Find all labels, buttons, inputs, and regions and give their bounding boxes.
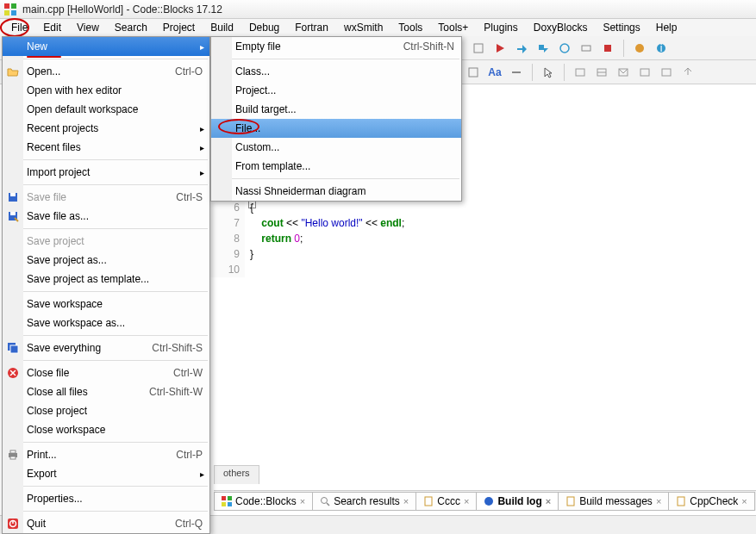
menubar: File Edit View Search Project Build Debu… — [0, 19, 756, 36]
file-menu-save-file-as-[interactable]: Save file as... — [3, 207, 209, 226]
toolbar-run-icon[interactable] — [490, 39, 509, 58]
bottom-tab-cppcheck[interactable]: CppCheck× — [668, 492, 754, 511]
menu-item-label: Nassi Shneiderman diagram — [235, 185, 454, 197]
file-menu-save-project[interactable]: Save project — [3, 232, 209, 251]
svg-rect-35 — [222, 502, 226, 506]
new-submenu-build-target-[interactable]: Build target... — [211, 100, 461, 119]
new-submenu-project-[interactable]: Project... — [211, 81, 461, 100]
window-title: main.cpp [HelloWorld] - Code::Blocks 17.… — [22, 3, 222, 16]
menu-tools[interactable]: Tools — [390, 20, 430, 35]
menu-build[interactable]: Build — [203, 20, 241, 35]
file-menu-save-project-as-template-[interactable]: Save project as template... — [3, 270, 209, 289]
menu-debug[interactable]: Debug — [241, 20, 287, 35]
toolbar-info-icon[interactable]: i — [652, 39, 671, 58]
new-submenu-nassi-shneiderman-diagram[interactable]: Nassi Shneiderman diagram — [211, 182, 461, 201]
tab-close-icon[interactable]: × — [741, 496, 747, 506]
new-submenu-class-[interactable]: Class... — [211, 62, 461, 81]
toolbar-mail-icon[interactable] — [614, 63, 633, 82]
menu-item-label: Open default workspace — [27, 103, 203, 115]
toolbar-step-icon[interactable] — [534, 39, 553, 58]
toolbar-stop-icon[interactable] — [598, 39, 617, 58]
bottom-tab-build-messages[interactable]: Build messages× — [558, 492, 669, 511]
tab-close-icon[interactable]: × — [656, 496, 661, 506]
file-menu-recent-files[interactable]: Recent files▸ — [3, 138, 209, 157]
toolbar-box-icon[interactable] — [592, 63, 611, 82]
toolbar-step-icon[interactable] — [512, 39, 531, 58]
tab-close-icon[interactable]: × — [300, 496, 305, 506]
menu-doxyblocks[interactable]: DoxyBlocks — [526, 20, 596, 35]
toolbar-regex-icon[interactable] — [507, 63, 526, 82]
tab-label: Build log — [497, 495, 541, 507]
menu-item-label: Properties... — [27, 493, 203, 505]
file-menu-properties-[interactable]: Properties... — [3, 489, 209, 508]
new-submenu-file-[interactable]: File... — [211, 119, 461, 138]
file-menu-save-file[interactable]: Save fileCtrl-S — [3, 188, 209, 207]
new-submenu-custom-[interactable]: Custom... — [211, 138, 461, 157]
others-tab[interactable]: others — [214, 465, 259, 484]
svg-rect-21 — [10, 193, 16, 196]
file-menu-import-project[interactable]: Import project▸ — [3, 163, 209, 182]
menu-item-label: Print... — [27, 449, 176, 461]
tab-close-icon[interactable]: × — [546, 496, 551, 506]
bottom-tab-build-log[interactable]: Build log× — [476, 492, 559, 511]
tab-label: Build messages — [579, 495, 653, 507]
file-menu-quit[interactable]: QuitCtrl-Q — [3, 514, 209, 533]
file-menu-close-workspace[interactable]: Close workspace — [3, 420, 209, 439]
toolbar-box-icon[interactable] — [635, 63, 654, 82]
menu-edit[interactable]: Edit — [35, 20, 69, 35]
file-menu-close-all-files[interactable]: Close all filesCtrl-Shift-W — [3, 382, 209, 401]
menu-item-label: Close file — [27, 367, 173, 379]
file-menu-open-with-hex-editor[interactable]: Open with hex editor — [3, 81, 209, 100]
toolbar-select-icon[interactable] — [464, 63, 483, 82]
file-menu-save-everything[interactable]: Save everythingCtrl-Shift-S — [3, 338, 209, 357]
menu-toolsplus[interactable]: Tools+ — [430, 20, 476, 35]
toolbar-aa-icon[interactable]: Aa — [485, 63, 504, 82]
file-menu-recent-projects[interactable]: Recent projects▸ — [3, 119, 209, 138]
toolbar-box-icon[interactable] — [571, 63, 590, 82]
bottom-tab-cccc[interactable]: Cccc× — [415, 492, 477, 511]
toolbar-box-icon[interactable] — [657, 63, 676, 82]
toolbar-icon[interactable] — [469, 39, 488, 58]
file-menu-close-project[interactable]: Close project — [3, 401, 209, 420]
tab-close-icon[interactable]: × — [403, 496, 409, 506]
bottom-tab-code-blocks[interactable]: Code::Blocks× — [214, 492, 313, 511]
new-submenu-empty-file[interactable]: Empty fileCtrl-Shift-N — [211, 37, 461, 56]
file-menu-new[interactable]: New▸ — [3, 37, 209, 56]
tab-icon — [565, 496, 576, 506]
toolbar-step-icon[interactable] — [555, 39, 574, 58]
file-menu-save-project-as-[interactable]: Save project as... — [3, 251, 209, 270]
toolbar-arrow-icon[interactable] — [678, 63, 697, 82]
menu-file[interactable]: File — [3, 20, 35, 35]
file-menu-export[interactable]: Export▸ — [3, 464, 209, 483]
menu-plugins[interactable]: Plugins — [476, 20, 525, 35]
menu-help[interactable]: Help — [648, 20, 685, 35]
code-content[interactable]: { cout << "Hello world!" << endl; return… — [250, 200, 404, 262]
file-menu-save-workspace-as-[interactable]: Save workspace as... — [3, 314, 209, 332]
file-menu-print-[interactable]: Print...Ctrl-P — [3, 445, 209, 464]
file-menu-open-default-workspace[interactable]: Open default workspace — [3, 100, 209, 119]
toolbar-pointer-icon[interactable] — [539, 63, 558, 82]
svg-rect-42 — [678, 497, 684, 506]
menu-project[interactable]: Project — [155, 20, 203, 35]
bottom-tab-search-results[interactable]: Search results× — [312, 492, 416, 511]
menu-item-label: Class... — [235, 65, 454, 78]
tab-close-icon[interactable]: × — [464, 496, 469, 506]
submenu-arrow-icon: ▸ — [200, 168, 204, 177]
menu-shortcut: Ctrl-P — [176, 449, 203, 461]
new-submenu-from-template-[interactable]: From template... — [211, 157, 461, 176]
menu-search[interactable]: Search — [107, 20, 155, 35]
svg-rect-19 — [662, 69, 671, 76]
menu-wxsmith[interactable]: wxSmith — [336, 20, 390, 35]
menu-fortran[interactable]: Fortran — [287, 20, 336, 35]
menu-item-label: Open with hex editor — [27, 84, 203, 96]
file-menu-close-file[interactable]: Close fileCtrl-W — [3, 363, 209, 382]
toolbar-step-icon[interactable] — [577, 39, 596, 58]
toolbar-debug-icon[interactable] — [630, 39, 649, 58]
print-icon — [6, 448, 20, 462]
file-menu-save-workspace[interactable]: Save workspace — [3, 295, 209, 314]
menu-settings[interactable]: Settings — [595, 20, 647, 35]
file-menu-open-[interactable]: Open...Ctrl-O — [3, 62, 209, 81]
tab-icon — [320, 496, 330, 506]
svg-point-37 — [322, 497, 328, 503]
menu-view[interactable]: View — [69, 20, 107, 35]
